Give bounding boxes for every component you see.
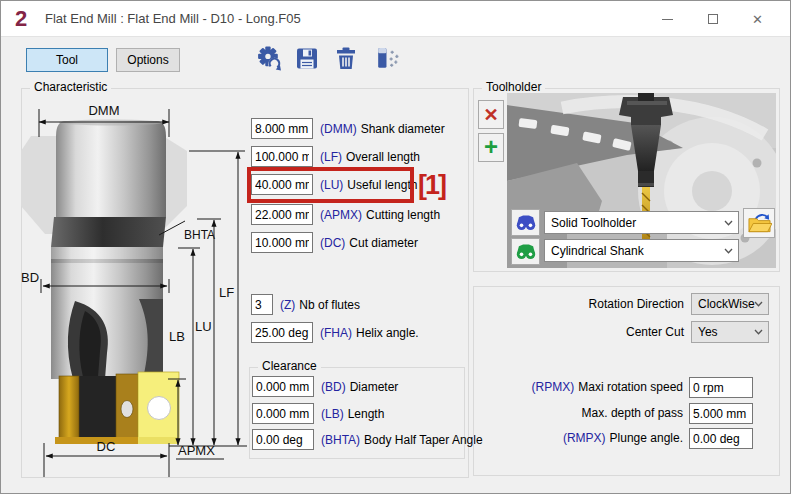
body-taper-row: (BHTA)Body Half Taper Angle — [252, 429, 483, 450]
close-button[interactable]: ✕ — [735, 1, 780, 37]
toolholder-type-value: Solid Toolholder — [551, 216, 636, 230]
diagram-label-apmx: APMX — [178, 443, 215, 458]
shank-diameter-field[interactable] — [251, 118, 313, 139]
bhta-code: (BHTA) — [321, 433, 360, 447]
helix-angle-field[interactable] — [251, 322, 313, 343]
machining-simulation-button[interactable] — [372, 45, 402, 72]
clearance-diameter-row: (BD)Diameter — [252, 376, 398, 397]
binoculars-green-icon — [514, 242, 538, 261]
window-title: Flat End Mill : Flat End Mill - D10 - Lo… — [45, 1, 301, 37]
useful-length-row: (LU)Useful length — [251, 174, 417, 195]
shank-type-value: Cylindrical Shank — [551, 244, 644, 258]
plunge-angle-field[interactable] — [689, 428, 753, 449]
clearance-group-label: Clearance — [258, 359, 321, 373]
max-depth-of-pass-label: Max. depth of pass — [481, 403, 683, 424]
diagram-label-dc: DC — [97, 439, 116, 454]
dc-code: (DC) — [320, 236, 345, 250]
open-folder-icon — [747, 212, 772, 234]
minimize-button[interactable] — [645, 1, 690, 37]
save-icon — [294, 45, 320, 72]
center-cut-value: Yes — [698, 325, 718, 339]
lu-code: (LU) — [320, 178, 343, 192]
settings-sync-button[interactable] — [254, 45, 284, 72]
diagram-label-lu: LU — [195, 319, 212, 334]
maximize-icon — [708, 14, 718, 24]
rpmx-code: (RPMX) — [532, 380, 575, 394]
binoculars-blue-icon — [514, 213, 538, 232]
clearance-length-label: Length — [348, 407, 385, 421]
close-icon: ✕ — [752, 12, 763, 27]
open-toolholder-file-button[interactable] — [743, 208, 775, 238]
minimize-icon — [662, 19, 673, 20]
apmx-code: (APMX) — [320, 208, 362, 222]
trash-icon — [333, 45, 359, 72]
toolholder-type-dropdown[interactable]: Solid Toolholder — [544, 211, 739, 234]
dmm-code: (DMM) — [320, 122, 357, 136]
clearance-length-row: (LB)Length — [252, 403, 384, 424]
delete-button[interactable] — [333, 45, 359, 72]
rmpx-code: (RMPX) — [563, 431, 606, 445]
body-taper-field[interactable] — [252, 429, 314, 450]
diagram-label-bhta: BHTA — [184, 228, 215, 242]
save-button[interactable] — [294, 45, 320, 72]
center-cut-dropdown[interactable]: Yes — [691, 321, 769, 343]
app-logo: 2 — [15, 6, 26, 32]
chevron-down-icon — [724, 220, 733, 226]
chevron-down-icon — [724, 248, 733, 254]
toolholder-group-label: Toolholder — [482, 80, 545, 94]
tab-options[interactable]: Options — [116, 48, 180, 72]
overall-length-field[interactable] — [251, 146, 313, 167]
max-depth-of-pass-field[interactable] — [689, 403, 753, 424]
clearance-diameter-field[interactable] — [252, 376, 314, 397]
search-shank-button[interactable] — [511, 238, 540, 265]
maximize-button[interactable] — [690, 1, 735, 37]
title-bar: 2 Flat End Mill : Flat End Mill - D10 - … — [1, 1, 790, 37]
body-taper-label: Body Half Taper Angle — [364, 433, 483, 447]
plunge-angle-label: (RMPX)Plunge angle. — [481, 428, 683, 449]
clearance-length-field[interactable] — [252, 403, 314, 424]
useful-length-field[interactable] — [251, 174, 313, 195]
cut-diameter-row: (DC)Cut diameter — [251, 232, 418, 253]
clearance-diameter-label: Diameter — [350, 380, 399, 394]
shank-type-dropdown[interactable]: Cylindrical Shank — [544, 239, 739, 262]
chevron-down-icon — [754, 301, 763, 307]
flutes-field[interactable] — [251, 294, 273, 315]
cut-diameter-field[interactable] — [251, 232, 313, 253]
cutting-length-field[interactable] — [251, 204, 313, 225]
useful-length-label: Useful length — [347, 178, 417, 192]
add-toolholder-button[interactable]: + — [478, 133, 504, 162]
cutting-length-row: (APMX)Cutting length — [251, 204, 440, 225]
diagram-label-lb: LB — [169, 329, 185, 344]
green-plus-icon: + — [484, 135, 498, 159]
lb-code: (LB) — [321, 407, 344, 421]
diagram-label-lf: LF — [219, 285, 234, 300]
max-rotation-speed-label: (RPMX)Maxi rotation speed — [481, 377, 683, 398]
shank-diameter-row: (DMM)Shank diameter — [251, 118, 445, 139]
machining-icon — [373, 45, 401, 72]
remove-toolholder-button[interactable]: ✕ — [478, 100, 504, 129]
overall-length-row: (LF)Overall length — [251, 146, 420, 167]
red-x-icon: ✕ — [483, 106, 498, 124]
dialog-window: 2 Flat End Mill : Flat End Mill - D10 - … — [0, 0, 791, 494]
cutting-length-label: Cutting length — [366, 208, 440, 222]
overall-length-label: Overall length — [346, 150, 420, 164]
diagram-label-bd: BD — [21, 270, 39, 285]
chevron-down-icon — [754, 329, 763, 335]
rotation-direction-value: ClockWise — [698, 297, 755, 311]
helix-angle-label: Helix angle. — [356, 326, 419, 340]
cut-diameter-label: Cut diameter — [349, 236, 418, 250]
tab-tool[interactable]: Tool — [26, 48, 108, 72]
gear-sync-icon — [255, 45, 283, 72]
fha-code: (FHA) — [320, 326, 352, 340]
helix-angle-row: (FHA)Helix angle. — [251, 322, 419, 343]
diagram-label-dmm: DMM — [88, 103, 119, 118]
max-rotation-speed-field[interactable] — [689, 377, 753, 398]
flutes-label: Nb of flutes — [299, 298, 360, 312]
search-toolholder-button[interactable] — [511, 209, 540, 236]
rotation-direction-dropdown[interactable]: ClockWise — [691, 293, 769, 315]
z-code: (Z) — [280, 298, 295, 312]
lf-code: (LF) — [320, 150, 342, 164]
shank-diameter-label: Shank diameter — [361, 122, 445, 136]
bd-code: (BD) — [321, 380, 346, 394]
flutes-row: (Z)Nb of flutes — [251, 294, 360, 315]
